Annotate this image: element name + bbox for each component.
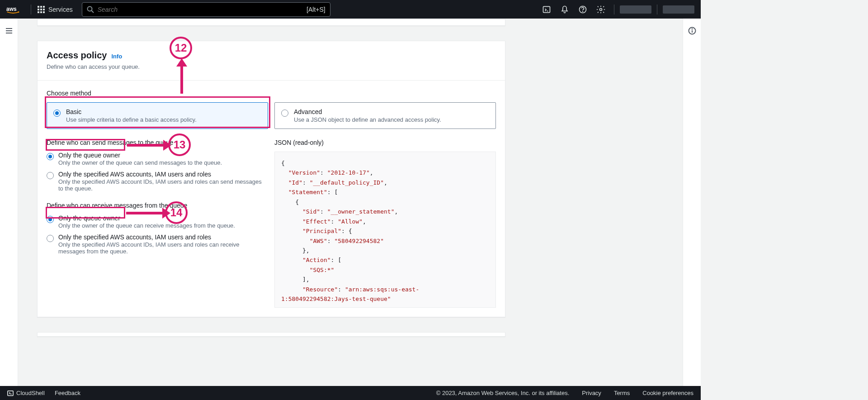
- radio-icon: [281, 110, 288, 117]
- divider: [31, 5, 31, 14]
- svg-rect-9: [43, 11, 45, 13]
- receive-specified-radio[interactable]: Only the specified AWS accounts, IAM use…: [47, 233, 268, 255]
- svg-point-22: [692, 29, 692, 29]
- tile-basic-desc: Use simple criteria to define a basic ac…: [66, 116, 197, 123]
- left-nav-toggle[interactable]: [0, 19, 18, 386]
- cloudshell-button[interactable]: CloudShell: [7, 390, 45, 396]
- tile-basic-title: Basic: [66, 108, 197, 115]
- json-readonly-box[interactable]: { "Version": "2012-10-17", "Id": "__defa…: [274, 152, 496, 308]
- terms-link[interactable]: Terms: [614, 390, 630, 396]
- radio-icon: [47, 172, 54, 179]
- services-label: Services: [48, 6, 73, 13]
- divider: [38, 80, 505, 81]
- global-header: aws Services [Alt+S]: [0, 0, 701, 19]
- svg-rect-12: [543, 6, 550, 12]
- hamburger-icon: [5, 27, 13, 35]
- header-right: [539, 2, 694, 17]
- radio-icon: [47, 216, 54, 223]
- settings-icon[interactable]: [593, 2, 609, 17]
- tile-advanced[interactable]: Advanced Use a JSON object to define an …: [274, 102, 496, 129]
- divider: [657, 5, 657, 14]
- info-icon: [688, 27, 696, 35]
- grid-icon: [38, 6, 45, 13]
- send-specified-desc: Only the specified AWS account IDs, IAM …: [58, 178, 268, 192]
- svg-rect-4: [38, 9, 39, 10]
- search-icon: [87, 6, 94, 13]
- panel-description: Define who can access your queue.: [47, 63, 496, 70]
- annotation-arrow-12: [176, 58, 187, 94]
- svg-point-16: [600, 8, 602, 10]
- send-owner-radio[interactable]: Only the queue owner Only the owner of t…: [47, 152, 268, 166]
- annotation-12: 12: [170, 37, 192, 59]
- svg-rect-8: [40, 11, 42, 13]
- help-panel-toggle[interactable]: [683, 19, 701, 386]
- radio-icon: [47, 235, 54, 242]
- svg-rect-5: [40, 9, 42, 10]
- json-label: JSON (read-only): [274, 139, 496, 146]
- divider: [614, 5, 614, 14]
- previous-panel-stub: [37, 19, 505, 26]
- svg-line-11: [91, 10, 94, 13]
- search-box[interactable]: [Alt+S]: [82, 2, 330, 17]
- tile-advanced-desc: Use a JSON object to define an advanced …: [294, 116, 441, 123]
- info-link[interactable]: Info: [111, 53, 122, 60]
- receive-specified-desc: Only the specified AWS account IDs, IAM …: [58, 241, 268, 255]
- panel-title: Access policy: [47, 50, 107, 61]
- cloudshell-label: CloudShell: [16, 390, 45, 396]
- global-footer: CloudShell Feedback © 2023, Amazon Web S…: [0, 386, 701, 400]
- account-menu[interactable]: [663, 5, 694, 14]
- cloudshell-icon[interactable]: [539, 2, 554, 17]
- tile-basic[interactable]: Basic Use simple criteria to define a ba…: [47, 102, 268, 129]
- annotation-14: 14: [165, 201, 188, 224]
- services-menu[interactable]: Services: [34, 6, 76, 13]
- send-owner-desc: Only the owner of the queue can send mes…: [58, 159, 225, 166]
- next-panel-stub: [37, 332, 505, 337]
- region-selector[interactable]: [620, 5, 651, 14]
- help-icon[interactable]: [575, 2, 590, 17]
- cloudshell-icon: [7, 390, 14, 396]
- send-specified-title: Only the specified AWS accounts, IAM use…: [58, 171, 268, 178]
- aws-logo[interactable]: aws: [6, 5, 20, 14]
- privacy-link[interactable]: Privacy: [582, 390, 601, 396]
- access-policy-panel: 12 13 14 Access policy Info Define who c…: [37, 41, 505, 317]
- receive-owner-desc: Only the owner of the queue can receive …: [58, 222, 238, 229]
- svg-text:aws: aws: [6, 6, 17, 12]
- notifications-icon[interactable]: [557, 2, 572, 17]
- search-shortcut: [Alt+S]: [307, 6, 326, 13]
- cookie-preferences-link[interactable]: Cookie preferences: [642, 390, 693, 396]
- annotation-13: 13: [168, 133, 191, 156]
- tile-advanced-title: Advanced: [294, 108, 441, 115]
- main-content: 12 13 14 Access policy Info Define who c…: [18, 19, 683, 386]
- receive-specified-title: Only the specified AWS accounts, IAM use…: [58, 233, 268, 241]
- svg-rect-6: [43, 9, 45, 10]
- send-owner-title: Only the queue owner: [58, 152, 225, 159]
- svg-point-15: [583, 11, 583, 11]
- search-input[interactable]: [98, 6, 307, 13]
- feedback-link[interactable]: Feedback: [55, 390, 80, 396]
- send-specified-radio[interactable]: Only the specified AWS accounts, IAM use…: [47, 171, 268, 192]
- svg-rect-3: [43, 6, 45, 8]
- copyright: © 2023, Amazon Web Services, Inc. or its…: [436, 390, 570, 396]
- method-tiles: Basic Use simple criteria to define a ba…: [47, 102, 496, 129]
- svg-rect-7: [38, 11, 39, 13]
- svg-rect-1: [38, 6, 39, 8]
- radio-icon: [53, 110, 61, 117]
- annotation-arrow-13: [127, 140, 171, 151]
- radio-icon: [47, 153, 54, 160]
- svg-rect-2: [40, 6, 42, 8]
- annotation-arrow-14: [126, 208, 170, 219]
- svg-point-10: [87, 6, 92, 11]
- choose-method-label: Choose method: [47, 90, 496, 97]
